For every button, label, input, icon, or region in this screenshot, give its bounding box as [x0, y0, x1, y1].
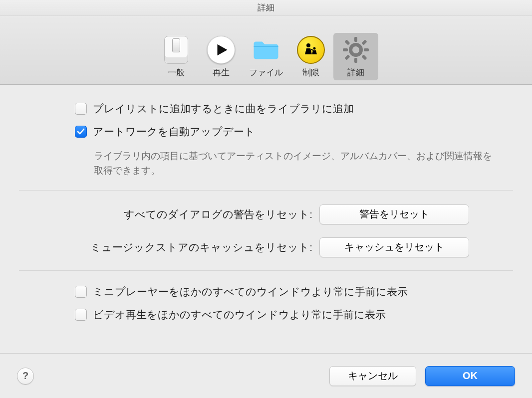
tab-playback-label: 再生: [213, 67, 230, 78]
svg-rect-8: [344, 39, 350, 45]
switch-icon: [162, 36, 190, 64]
svg-point-12: [352, 46, 359, 53]
svg-rect-9: [361, 54, 367, 60]
svg-rect-10: [361, 39, 367, 45]
preferences-toolbar: 一般 再生 ファイル: [0, 16, 532, 85]
tab-general-label: 一般: [168, 67, 185, 78]
gear-icon: [342, 36, 370, 64]
svg-rect-7: [364, 48, 369, 51]
tab-restrictions-label: 制限: [302, 67, 319, 78]
svg-rect-6: [343, 48, 348, 51]
cancel-button[interactable]: キャンセル: [329, 366, 416, 386]
folder-icon: [252, 36, 280, 64]
auto-artwork-description: ライブラリ内の項目に基づいてアーティストのイメージ、アルバムカバー、および関連情…: [0, 148, 532, 178]
checkbox-video-on-top[interactable]: [75, 309, 87, 321]
tab-restrictions[interactable]: 制限: [288, 33, 333, 80]
svg-rect-5: [354, 58, 357, 63]
ok-button[interactable]: OK: [425, 366, 515, 386]
tab-playback[interactable]: 再生: [199, 33, 244, 80]
divider: [19, 270, 513, 271]
reset-cache-button[interactable]: キャッシュをリセット: [319, 237, 469, 257]
window-title: 詳細: [0, 0, 532, 16]
checkbox-miniplayer-on-top-label: ミニプレーヤーをほかのすべてのウインドウより常に手前に表示: [93, 285, 408, 299]
svg-rect-11: [344, 54, 350, 60]
tab-files-label: ファイル: [249, 67, 283, 78]
reset-cache-label: ミュージックストアのキャッシュをリセット:: [0, 240, 319, 254]
tab-general[interactable]: 一般: [154, 33, 199, 80]
tab-advanced-label: 詳細: [347, 67, 364, 78]
svg-point-2: [313, 47, 316, 50]
tab-files[interactable]: ファイル: [244, 33, 288, 80]
svg-rect-4: [354, 37, 357, 42]
svg-marker-0: [218, 44, 228, 56]
divider: [19, 190, 513, 191]
advanced-pane: プレイリストに追加するときに曲をライブラリに追加 アートワークを自動アップデート…: [0, 85, 532, 322]
tab-advanced[interactable]: 詳細: [333, 33, 378, 80]
help-button[interactable]: ?: [17, 368, 34, 385]
parental-icon: [297, 36, 325, 64]
dialog-footer: ? キャンセル OK: [0, 353, 532, 398]
reset-warnings-label: すべてのダイアログの警告をリセット:: [0, 207, 319, 221]
checkbox-video-on-top-label: ビデオ再生をほかのすべてのウインドウより常に手前に表示: [93, 308, 386, 322]
svg-point-1: [306, 43, 310, 47]
play-icon: [207, 36, 235, 64]
checkbox-miniplayer-on-top[interactable]: [75, 286, 87, 298]
checkbox-add-to-library-label: プレイリストに追加するときに曲をライブラリに追加: [93, 102, 354, 116]
checkbox-auto-artwork[interactable]: [75, 126, 87, 138]
checkbox-auto-artwork-label: アートワークを自動アップデート: [93, 125, 255, 139]
reset-warnings-button[interactable]: 警告をリセット: [319, 204, 469, 224]
checkbox-add-to-library[interactable]: [75, 103, 87, 115]
